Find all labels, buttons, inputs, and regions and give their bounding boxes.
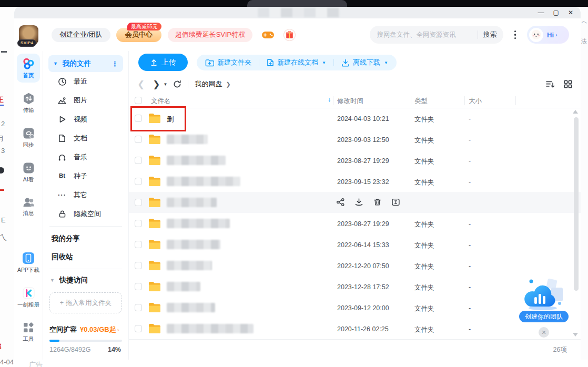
row-checkbox[interactable] [135, 262, 142, 269]
sidebar-item-recycle-bin[interactable]: 回收站 [48, 248, 123, 266]
gift-icon[interactable] [283, 29, 296, 41]
rail-item-transfer[interactable]: 传输 [17, 89, 40, 117]
sidebar-item-my-files[interactable]: ▼ 我的文件 ⋮ [48, 55, 123, 72]
delete-icon[interactable] [373, 198, 382, 207]
censored-file-name [167, 177, 240, 186]
assistant-button[interactable]: Hi › [527, 26, 569, 44]
sidebar-item-quick-access[interactable]: ▼ 快捷访问 [48, 272, 123, 289]
folder-icon [148, 155, 161, 166]
create-team-promo-button[interactable]: 创建你的团队 [519, 311, 569, 322]
background-window-left-sliver: 正 2 月 3 E 乀 阝 [0, 7, 14, 360]
caret-down-icon: ▼ [53, 61, 58, 66]
storage-expand-label[interactable]: 空间扩容 [49, 325, 77, 334]
svip-renew-banner[interactable]: 超值续费延长SVIP特权 [168, 28, 253, 42]
table-row[interactable]: 2022-06-14 15:33文件夹- [129, 234, 581, 255]
hidden-space-icon [57, 210, 67, 218]
close-promo-icon[interactable]: ✕ [539, 327, 549, 338]
sort-order-icon[interactable] [545, 80, 555, 88]
sidebar-item-recent[interactable]: 最近 [48, 72, 123, 91]
table-row[interactable] [129, 192, 581, 213]
rail-item-home[interactable]: 首页 [17, 54, 40, 83]
download-icon[interactable] [354, 198, 363, 207]
row-checkbox[interactable] [135, 136, 142, 143]
maximize-button[interactable]: ▢ [553, 9, 559, 16]
drop-folder-zone[interactable]: + 拖入常用文件夹 [49, 292, 122, 313]
table-row[interactable]: 2023-08-27 19:29文件夹- [129, 213, 581, 234]
game-controller-icon[interactable] [261, 29, 275, 40]
table-row[interactable]: 删2024-04-03 10:21文件夹- [129, 108, 581, 129]
rail-item-app-download[interactable]: APP下载 [17, 248, 40, 277]
sidebar-item-music[interactable]: 音乐 [48, 148, 123, 167]
user-avatar[interactable]: SVIP4 [19, 25, 38, 45]
file-modified: 2020-11-26 02:25 [337, 325, 389, 333]
row-checkbox[interactable] [135, 115, 142, 122]
back-button[interactable]: ❮ [137, 79, 145, 90]
caret-down-icon: ▼ [384, 60, 388, 65]
row-checkbox[interactable] [135, 325, 142, 332]
table-row[interactable]: 2023-12-28 17:52文件夹- [129, 276, 581, 297]
sort-desc-arrow-icon[interactable]: ↓ [328, 96, 331, 103]
minimize-button[interactable]: — [538, 9, 544, 16]
table-row[interactable]: 2022-12-20 07:50文件夹- [129, 255, 581, 276]
new-folder-button[interactable]: 新建文件夹 [205, 58, 251, 67]
censored-file-name [167, 156, 226, 165]
row-checkbox[interactable] [135, 304, 142, 311]
rail-item-album[interactable]: 一刻相册 [17, 283, 40, 312]
new-folder-label: 新建文件夹 [217, 58, 251, 67]
more-menu-icon[interactable] [514, 30, 516, 39]
column-header-modified[interactable]: 修改时间 [337, 97, 363, 106]
my-files-more-icon[interactable]: ⋮ [111, 60, 118, 68]
desktop-bottom-strip: 4-04 广告 [0, 360, 588, 367]
storage-price[interactable]: ¥0.03/GB起 [80, 325, 116, 334]
table-row[interactable]: 2023-09-15 23:32文件夹- [129, 171, 581, 192]
row-checkbox[interactable] [135, 220, 142, 227]
rail-item-sync[interactable]: 同步 [17, 124, 40, 152]
table-row[interactable]: 2023-08-27 19:29文件夹- [129, 150, 581, 171]
column-header-size[interactable]: 大小 [469, 97, 482, 106]
sidebar-item-pictures[interactable]: 图片 [48, 91, 123, 110]
sidebar-item-my-share[interactable]: 我的分享 [48, 229, 123, 248]
history-caret-icon[interactable]: ▼ [164, 82, 168, 87]
row-checkbox[interactable] [135, 283, 142, 290]
row-checkbox[interactable] [135, 241, 142, 248]
rail-item-ai-view[interactable]: AI看 [17, 158, 40, 187]
column-header-name[interactable]: 文件名 [151, 97, 171, 106]
table-row[interactable]: 2023-09-12 20:00文件夹- [129, 297, 581, 318]
sidebar-item-hidden-space[interactable]: 隐藏空间 [48, 205, 123, 223]
forward-button[interactable]: ❯ [153, 79, 160, 90]
refresh-icon[interactable] [173, 80, 181, 88]
rail-item-messages[interactable]: 消息 [17, 193, 40, 220]
sidebar-item-videos[interactable]: 视频 [48, 110, 123, 129]
table-row[interactable]: 2020-11-26 02:25文件夹- [129, 318, 581, 339]
grid-view-icon[interactable] [564, 80, 572, 88]
offline-download-button[interactable]: 离线下载 ▼ [341, 58, 388, 67]
sidebar-item-torrent[interactable]: Bt种子 [48, 167, 123, 186]
breadcrumb-root[interactable]: 我的网盘 [195, 79, 222, 89]
scroll-down-arrow[interactable] [573, 333, 578, 337]
sidebar-item-others[interactable]: ···其它 [48, 186, 123, 205]
upload-button[interactable]: 上传 [138, 54, 188, 71]
censored-file-name [167, 135, 208, 144]
search-input[interactable] [376, 30, 472, 39]
select-all-checkbox[interactable] [135, 97, 142, 104]
censored-file-name [167, 240, 220, 249]
share-icon[interactable] [336, 198, 345, 207]
row-checkbox[interactable] [135, 178, 142, 185]
create-team-button[interactable]: 创建企业/团队 [52, 28, 110, 42]
column-header-type[interactable]: 类型 [414, 97, 428, 106]
row-checkbox[interactable] [135, 199, 142, 206]
row-checkbox[interactable] [135, 157, 142, 164]
scrollbar-thumb[interactable] [574, 117, 579, 291]
table-row[interactable]: 2023-09-03 12:50文件夹- [129, 129, 581, 150]
rename-icon[interactable] [391, 198, 400, 207]
file-name[interactable]: 删 [167, 115, 174, 124]
new-online-doc-button[interactable]: 新建在线文档 ▼ [267, 58, 326, 67]
scroll-up-arrow[interactable] [573, 110, 578, 114]
search-button[interactable]: 搜索 [483, 30, 497, 39]
album-icon [22, 287, 35, 300]
rail-item-tools[interactable]: 工具 [17, 318, 40, 346]
close-button[interactable]: ✕ [568, 9, 573, 16]
bg-fragment [1, 51, 7, 53]
sidebar-item-documents[interactable]: 文档 [48, 129, 123, 148]
caret-down-icon: ▼ [50, 278, 55, 283]
